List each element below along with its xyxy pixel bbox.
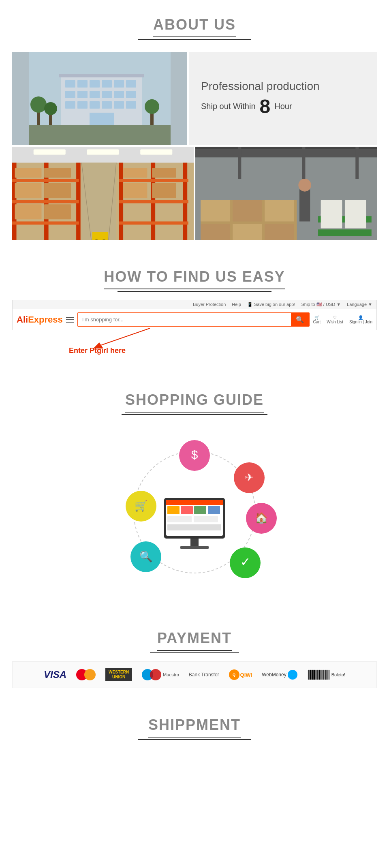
cart-icon-group[interactable]: 🛒 Cart [313, 315, 321, 324]
svg-rect-77 [345, 200, 366, 215]
maestro-red-circle [150, 669, 161, 680]
svg-rect-130 [319, 670, 321, 680]
svg-text:🛒: 🛒 [135, 499, 148, 512]
ali-topbar: Buyer Protection Help 📱 Save big on our … [13, 300, 376, 309]
aliexpress-mock: Buyer Protection Help 📱 Save big on our … [12, 300, 377, 330]
about-top-row: Professional production Professional pro… [12, 52, 377, 145]
warehouse-left-image [12, 147, 194, 240]
svg-rect-19 [65, 101, 75, 109]
svg-rect-47 [15, 204, 42, 219]
ali-search-input[interactable] [78, 313, 291, 326]
qiwi-label: QIWI [240, 672, 252, 678]
svg-marker-92 [93, 342, 103, 348]
svg-rect-59 [152, 183, 176, 198]
svg-rect-115 [167, 524, 221, 530]
person-icon: 👤 [358, 315, 363, 320]
ship-prefix: Ship out Within [201, 102, 256, 111]
shippment-header: SHIPPMENT [0, 700, 389, 744]
ship-number: 8 [260, 95, 271, 118]
svg-point-3 [30, 96, 47, 113]
svg-line-91 [97, 328, 150, 346]
svg-rect-20 [77, 101, 88, 109]
topbar-help: Help [232, 302, 241, 307]
payment-western-union: WESTERN UNION [100, 667, 137, 683]
shopping-guide-header: SHOPPING GUIDE [0, 375, 389, 419]
svg-rect-57 [152, 168, 176, 178]
svg-rect-12 [126, 80, 136, 88]
shopping-guide-title: SHOPPING GUIDE [125, 391, 264, 413]
about-images-container: Professional production Professional pro… [0, 44, 389, 252]
svg-rect-114 [194, 516, 218, 522]
svg-rect-18 [126, 91, 136, 98]
wu-box: WESTERN UNION [105, 668, 132, 681]
wishlist-icon: ♡ [333, 315, 337, 320]
warehouse-right-image [195, 147, 377, 240]
svg-text:$: $ [191, 448, 198, 461]
shopping-guide-svg: $ ✈ 🏠 ✓ 🛒 🔍 [93, 435, 296, 589]
svg-rect-26 [90, 113, 114, 125]
svg-rect-1 [29, 125, 171, 145]
wishlist-icon-group[interactable]: ♡ Wish List [327, 315, 343, 324]
svg-rect-25 [59, 74, 144, 77]
payment-bank-transfer: Bank Transfer [184, 670, 224, 679]
svg-rect-117 [180, 546, 209, 549]
svg-rect-22 [102, 101, 112, 109]
svg-rect-54 [119, 221, 188, 224]
svg-rect-9 [90, 80, 100, 88]
about-us-divider [138, 39, 251, 40]
svg-rect-45 [15, 183, 42, 198]
shippment-spacer [0, 744, 389, 768]
warehouse-right-svg [195, 147, 377, 240]
svg-rect-86 [265, 224, 294, 240]
account-icon-group[interactable]: 👤 Sign in | Join [349, 315, 372, 324]
payment-webmoney: WebMoney 🌐 [257, 668, 302, 681]
svg-rect-134 [323, 670, 324, 680]
find-us-content: Buyer Protection Help 📱 Save big on our … [0, 296, 389, 375]
svg-rect-39 [12, 179, 79, 182]
wm-globe: 🌐 [288, 670, 297, 680]
professional-box: Professional production Professional pro… [189, 52, 377, 145]
how-to-find-section: HOW TO FIND US EASY Buyer Protection Hel… [0, 252, 389, 375]
topbar-ship: Ship to 🇺🇸 / USD ▼ [301, 302, 341, 307]
svg-rect-120 [309, 670, 309, 680]
svg-rect-11 [114, 80, 124, 88]
svg-rect-122 [311, 670, 312, 680]
topbar-app: 📱 Save big on our app! [247, 302, 295, 307]
shopping-guide-divider [122, 414, 267, 415]
wu-text-2: UNION [109, 675, 129, 680]
svg-rect-79 [345, 214, 366, 229]
shippment-divider [138, 739, 251, 740]
svg-rect-82 [233, 200, 262, 222]
svg-rect-13 [65, 91, 75, 98]
svg-rect-61 [92, 232, 109, 240]
svg-rect-126 [315, 670, 316, 680]
svg-rect-108 [166, 500, 223, 505]
svg-rect-23 [114, 101, 124, 109]
svg-rect-85 [233, 224, 262, 240]
wishlist-label: Wish List [327, 320, 343, 324]
svg-rect-116 [190, 539, 199, 547]
about-bottom-row [12, 147, 377, 240]
svg-rect-131 [321, 670, 321, 680]
svg-rect-21 [90, 101, 100, 109]
ali-search-bar: 🔍 [77, 312, 310, 327]
svg-rect-113 [167, 516, 192, 522]
svg-rect-83 [265, 200, 294, 222]
mc-circle-orange [84, 669, 96, 680]
menu-line-2 [66, 319, 74, 320]
ship-suffix: Hour [274, 102, 292, 111]
topbar-language: Language ▼ [347, 302, 372, 307]
about-us-title: ABOUT US [153, 16, 236, 37]
svg-text:✈: ✈ [245, 471, 254, 483]
menu-line-3 [66, 322, 74, 323]
ali-search-button[interactable]: 🔍 [291, 313, 309, 326]
payment-content: VISA WESTERN UNION Maestro [0, 657, 389, 700]
svg-rect-40 [12, 200, 79, 203]
svg-rect-133 [323, 670, 323, 680]
ali-nav-icons: 🛒 Cart ♡ Wish List 👤 Sign in | Join [313, 315, 372, 324]
ali-menu-icon[interactable] [66, 317, 74, 323]
wu-text-1: WESTERN [109, 670, 129, 675]
svg-rect-41 [12, 221, 79, 224]
svg-rect-81 [201, 200, 230, 222]
topbar-buyer-protection: Buyer Protection [193, 302, 226, 307]
